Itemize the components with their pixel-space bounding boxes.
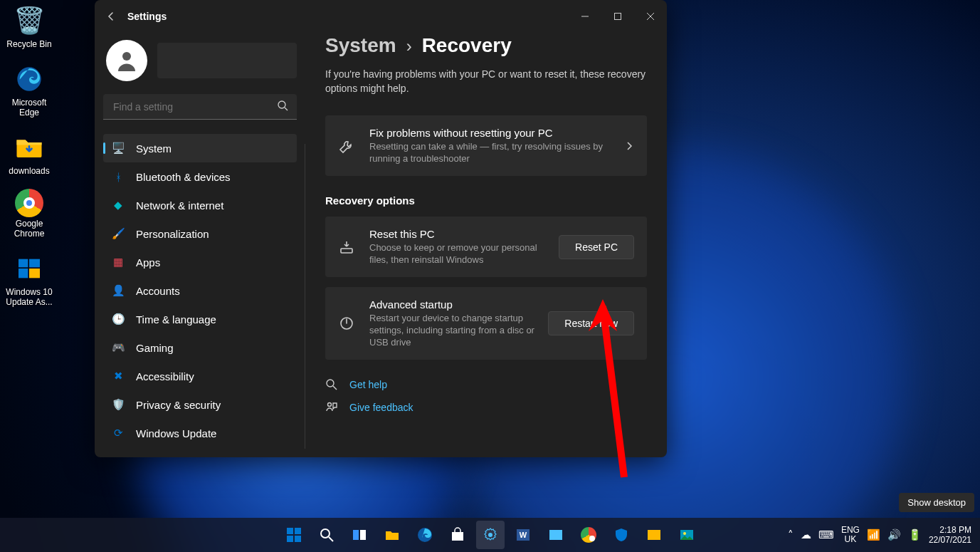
nav-bluetooth[interactable]: ᚼBluetooth & devices [103,162,297,191]
volume-icon[interactable]: 🔊 [887,528,901,541]
onedrive-icon[interactable]: ☁ [801,528,811,541]
svg-point-10 [327,380,334,387]
nav-apps[interactable]: ▦Apps [103,248,297,276]
maximize-button[interactable] [601,4,634,29]
system-tray: ˄ ☁ ⌨ ENG UK 📶 🔊 🔋 2:18 PM 22/07/2021 [788,525,980,545]
svg-rect-14 [287,536,293,542]
desktop-icon-label: Recycle Bin [6,39,51,49]
svg-rect-15 [295,536,301,542]
taskbar-store[interactable] [443,521,472,549]
desktop-icon-downloads[interactable]: downloads [2,130,56,176]
help-icon [325,378,339,391]
taskbar-security[interactable] [607,521,636,549]
svg-point-7 [278,101,285,108]
brush-icon: 🖌️ [112,227,125,240]
wifi-icon: ◆ [112,199,125,212]
reset-icon [338,239,357,256]
svg-point-11 [328,403,332,407]
nav-accounts[interactable]: 👤Accounts [103,276,297,305]
desktop-icon-recycle-bin[interactable]: 🗑️ Recycle Bin [2,4,56,49]
nav-accessibility[interactable]: ✖Accessibility [103,362,297,390]
minimize-button[interactable] [569,4,601,29]
get-help-link[interactable]: Get help [325,378,647,391]
main-content: System › Recovery If you're having probl… [305,33,667,457]
window-title: Settings [127,11,167,22]
clock[interactable]: 2:18 PM 22/07/2021 [929,525,971,545]
card-title: Fix problems without resetting your PC [369,127,611,139]
breadcrumb-parent[interactable]: System [325,34,396,57]
globe-icon: 🕒 [112,313,125,326]
feedback-icon [325,401,339,414]
nav-personalization[interactable]: 🖌️Personalization [103,219,297,248]
bluetooth-icon: ᚼ [112,170,125,183]
taskbar-explorer[interactable] [378,521,406,549]
profile-block[interactable] [106,40,297,81]
desktop-icon-edge[interactable]: Microsoft Edge [2,62,56,118]
svg-rect-24 [549,530,562,540]
svg-rect-3 [19,269,28,278]
folder-icon [12,130,46,165]
recycle-bin-icon: 🗑️ [12,4,46,38]
show-desktop-tooltip: Show desktop [899,493,974,512]
power-icon [338,315,357,332]
taskbar-taskview[interactable] [345,521,374,549]
tray-chevron-icon[interactable]: ˄ [788,528,794,541]
desktop-icon-label: Windows 10 Update As... [2,287,56,307]
taskbar: W ˄ ☁ ⌨ ENG UK 📶 🔊 🔋 2:18 PM 22/07/2021 [0,518,980,552]
accessibility-icon: ✖ [112,370,125,382]
desktop-icon-chrome[interactable]: Google Chrome [2,189,56,239]
update-icon: ⟳ [112,427,125,439]
start-button[interactable] [280,521,308,549]
taskbar-word[interactable]: W [509,521,537,549]
battery-icon[interactable]: 🔋 [908,528,922,541]
svg-point-6 [122,52,131,61]
search-input[interactable] [103,94,297,120]
search-box[interactable] [103,94,297,120]
taskbar-app1[interactable] [542,521,570,549]
wrench-icon [338,137,357,155]
svg-rect-13 [295,528,301,534]
card-title: Reset this PC [369,228,546,240]
svg-rect-20 [452,532,463,541]
chrome-icon [15,189,43,217]
shield-icon: 🛡️ [112,398,125,411]
svg-rect-4 [29,269,40,278]
nav-update[interactable]: ⟳Windows Update [103,419,297,447]
nav-privacy[interactable]: 🛡️Privacy & security [103,390,297,419]
avatar-icon [106,40,147,81]
desktop-icon-label: downloads [9,166,49,176]
svg-point-21 [488,533,492,537]
desktop-icon-label: Google Chrome [2,219,56,239]
taskbar-chrome[interactable] [574,521,603,549]
reset-pc-button[interactable]: Reset PC [559,235,634,259]
card-title: Advanced startup [369,298,535,311]
give-feedback-link[interactable]: Give feedback [325,401,647,414]
svg-rect-18 [360,530,366,540]
fix-problems-card[interactable]: Fix problems without resetting your PC R… [325,115,647,176]
nav-network[interactable]: ◆Network & internet [103,191,297,219]
taskbar-photos[interactable] [673,521,701,549]
desktop-icon-w10-update[interactable]: Windows 10 Update As... [2,251,56,307]
taskbar-settings[interactable] [476,521,505,549]
taskbar-search[interactable] [312,521,341,549]
nav-gaming[interactable]: 🎮Gaming [103,333,297,362]
keyboard-icon[interactable]: ⌨ [818,528,834,541]
nav-time-language[interactable]: 🕒Time & language [103,305,297,333]
recovery-options-header: Recovery options [325,194,647,207]
taskbar-app2[interactable] [640,521,668,549]
taskbar-edge[interactable] [411,521,439,549]
close-button[interactable] [634,4,667,29]
language-indicator[interactable]: ENG UK [841,526,860,544]
chevron-right-icon [624,141,634,151]
wifi-icon[interactable]: 📶 [867,528,880,541]
chevron-right-icon: › [406,36,412,56]
nav-system[interactable]: 🖥️System [103,134,297,162]
svg-text:W: W [519,531,527,539]
svg-rect-1 [19,259,28,268]
svg-rect-5 [615,14,621,20]
desktop-icon-label: Microsoft Edge [2,98,56,118]
back-button[interactable] [95,0,127,33]
restart-now-button[interactable]: Restart now [548,311,634,335]
accounts-icon: 👤 [112,284,125,297]
nav: 🖥️System ᚼBluetooth & devices ◆Network &… [103,134,297,449]
